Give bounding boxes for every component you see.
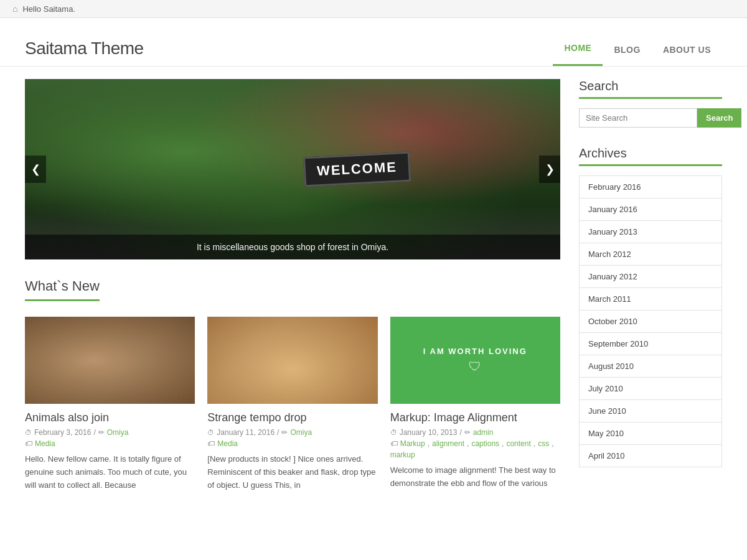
slider-image: WELCOME It is miscellaneous goods shop o… (25, 79, 560, 259)
welcome-sign: WELCOME (303, 152, 411, 187)
post-author-animals[interactable]: Omiya (107, 428, 129, 437)
slider-next-button[interactable]: ❯ (539, 156, 560, 183)
post-tag-media-2[interactable]: Media (217, 439, 238, 448)
whats-new-title: What`s New (25, 278, 100, 301)
slider-prev-button[interactable]: ❮ (25, 156, 46, 183)
markup-shield-icon: 🛡 (469, 360, 481, 374)
list-item: September 2010 (579, 332, 722, 355)
edit-icon-3: ✏ (464, 428, 471, 437)
post-date-markup: January 10, 2013 (400, 428, 458, 437)
clock-icon: ⏱ (25, 429, 32, 436)
site-header: Saitama Theme HOME BLOG ABOUT US (0, 18, 747, 67)
list-item: May 2010 (579, 422, 722, 445)
post-card-flask: Strange tempo drop ⏱ January 11, 2016 / … (207, 317, 377, 492)
post-excerpt-flask: [New products in stock! ] Nice ones arri… (207, 453, 377, 492)
post-tag-media-1[interactable]: Media (35, 439, 55, 448)
list-item: June 2010 (579, 399, 722, 422)
archive-link-oct2010[interactable]: October 2010 (580, 310, 721, 332)
post-tags-animals: 🏷 Media (25, 439, 195, 448)
tag-icon-3: 🏷 (390, 439, 398, 448)
post-tag-css[interactable]: css (538, 439, 549, 448)
archives-title: Archives (579, 146, 722, 166)
posts-grid: Animals also join ⏱ February 3, 2016 / ✏… (25, 317, 560, 492)
list-item: March 2011 (579, 287, 722, 310)
archive-link-aug2010[interactable]: August 2010 (580, 355, 721, 377)
top-bar: ⌂ Hello Saitama. (0, 0, 747, 18)
archive-link-jan2012[interactable]: January 2012 (580, 266, 721, 287)
archive-link-jun2010[interactable]: June 2010 (580, 400, 721, 422)
nav-blog[interactable]: BLOG (603, 32, 651, 66)
list-item: January 2016 (579, 198, 722, 221)
markup-i-am-worthy: I AM WORTH LOVING (423, 347, 527, 356)
post-author-flask[interactable]: Omiya (290, 428, 312, 437)
archive-list: February 2016 January 2016 January 2013 … (579, 175, 722, 467)
archive-link-jan2016[interactable]: January 2016 (580, 198, 721, 220)
post-thumbnail-animals (25, 317, 195, 404)
breadcrumb: Hello Saitama. (22, 4, 75, 14)
list-item: January 2012 (579, 265, 722, 288)
post-card-markup: I AM WORTH LOVING 🛡 Markup: Image Alignm… (390, 317, 560, 492)
nav-home[interactable]: HOME (553, 30, 603, 66)
clock-icon-2: ⏱ (207, 429, 214, 436)
main-wrap: WELCOME It is miscellaneous goods shop o… (0, 67, 747, 516)
archive-link-feb2016[interactable]: February 2016 (580, 176, 721, 198)
post-author-markup[interactable]: admin (473, 428, 494, 437)
post-tag-content[interactable]: content (506, 439, 530, 448)
post-meta-flask: ⏱ January 11, 2016 / ✏ Omiya (207, 428, 377, 437)
post-title-flask: Strange tempo drop (207, 411, 377, 424)
post-tags-flask: 🏷 Media (207, 439, 377, 448)
search-input[interactable] (579, 108, 697, 128)
edit-icon-2: ✏ (281, 428, 288, 437)
post-excerpt-markup: Welcome to image alignment! The best way… (390, 464, 560, 490)
slider: WELCOME It is miscellaneous goods shop o… (25, 79, 560, 259)
nav-about[interactable]: ABOUT US (652, 32, 722, 66)
post-date-flask: January 11, 2016 (217, 428, 275, 437)
post-tag-markup[interactable]: Markup (400, 439, 425, 448)
tag-icon: 🏷 (25, 439, 32, 448)
archive-link-apr2010[interactable]: April 2010 (580, 445, 721, 467)
archive-link-mar2012[interactable]: March 2012 (580, 243, 721, 265)
list-item: January 2013 (579, 220, 722, 243)
main-nav: HOME BLOG ABOUT US (553, 30, 722, 66)
search-title: Search (579, 79, 722, 99)
list-item: April 2010 (579, 444, 722, 467)
search-button[interactable]: Search (697, 108, 741, 128)
list-item: August 2010 (579, 355, 722, 378)
post-date-animals: February 3, 2016 (34, 428, 91, 437)
archive-link-jul2010[interactable]: July 2010 (580, 378, 721, 399)
post-excerpt-animals: Hello. New fellow came. It is totally fi… (25, 453, 195, 492)
edit-icon: ✏ (98, 428, 105, 437)
list-item: October 2010 (579, 310, 722, 333)
tag-icon-2: 🏷 (207, 439, 215, 448)
content-area: WELCOME It is miscellaneous goods shop o… (25, 67, 560, 492)
slider-caption: It is miscellaneous goods shop of forest… (25, 235, 560, 259)
post-card-animals: Animals also join ⏱ February 3, 2016 / ✏… (25, 317, 195, 492)
archive-link-mar2011[interactable]: March 2011 (580, 288, 721, 310)
post-title-animals: Animals also join (25, 411, 195, 424)
post-title-markup: Markup: Image Alignment (390, 411, 560, 424)
archive-link-sep2010[interactable]: September 2010 (580, 333, 721, 355)
post-thumbnail-flask (207, 317, 377, 404)
post-tag-alignment[interactable]: alignment (432, 439, 464, 448)
post-tag-captions[interactable]: captions (471, 439, 499, 448)
site-title: Saitama Theme (25, 39, 144, 58)
sidebar: Search Search Archives February 2016 Jan… (579, 67, 722, 492)
post-meta-animals: ⏱ February 3, 2016 / ✏ Omiya (25, 428, 195, 437)
list-item: July 2010 (579, 377, 722, 400)
post-meta-markup: ⏱ January 10, 2013 / ✏ admin (390, 428, 560, 437)
archive-link-jan2013[interactable]: January 2013 (580, 221, 721, 243)
list-item: February 2016 (579, 175, 722, 198)
home-icon: ⌂ (12, 4, 17, 14)
list-item: March 2012 (579, 243, 722, 266)
post-thumbnail-markup: I AM WORTH LOVING 🛡 (390, 317, 560, 404)
search-box: Search (579, 108, 722, 128)
post-tags-markup: 🏷 Markup, alignment, captions, content, … (390, 439, 560, 459)
archive-link-may2010[interactable]: May 2010 (580, 422, 721, 444)
clock-icon-3: ⏱ (390, 429, 397, 436)
post-tag-markup2[interactable]: markup (390, 450, 415, 459)
